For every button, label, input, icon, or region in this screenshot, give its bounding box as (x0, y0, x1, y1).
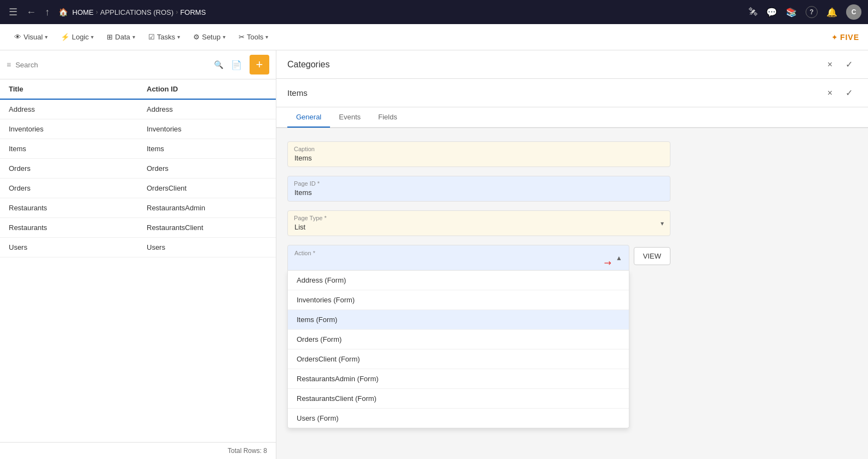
table-row[interactable]: Address Address (0, 99, 276, 119)
table-row[interactable]: Inventories Inventories (0, 119, 276, 139)
cell-action-id: Address (138, 99, 276, 119)
categories-panel-actions: × ✓ (823, 57, 857, 72)
categories-confirm-button[interactable]: ✓ (841, 57, 857, 72)
data-chevron: ▾ (132, 34, 135, 40)
back-icon[interactable]: ← (24, 4, 38, 20)
document-button[interactable]: 📄 (228, 56, 245, 73)
items-tabs: General Events Fields (276, 107, 868, 128)
filter-lines-icon: ≡ (7, 60, 11, 69)
dropdown-item[interactable]: Items (Form) (288, 310, 629, 330)
search-field-wrapper: ≡ 🔍 (7, 60, 223, 69)
caption-input[interactable] (287, 141, 670, 167)
page-type-select[interactable]: List Form Calendar Chart (287, 210, 670, 236)
visual-chevron: ▾ (45, 34, 48, 40)
cell-title: Orders (0, 179, 138, 198)
avatar[interactable]: C (846, 4, 861, 20)
tab-general[interactable]: General (287, 107, 330, 128)
help-icon[interactable]: ? (806, 6, 818, 18)
five-logo-text: FIVE (840, 33, 859, 42)
categories-title: Categories (287, 60, 329, 70)
page-id-label: Page ID * (294, 180, 320, 187)
form-content: Caption Page ID * Page Type * List Form (276, 128, 868, 459)
page-type-field-group: Page Type * List Form Calendar Chart ▾ (287, 210, 670, 236)
action-chevron-icon: ▲ (616, 254, 622, 262)
tab-fields[interactable]: Fields (369, 107, 406, 128)
nav-visual[interactable]: 👁 Visual ▾ (9, 30, 53, 44)
dropdown-item[interactable]: RestaurantsAdmin (Form) (288, 369, 629, 389)
dropdown-item[interactable]: OrdersClient (Form) (288, 349, 629, 369)
up-icon[interactable]: ↑ (43, 4, 52, 20)
nav-setup[interactable]: ⚙ Setup ▾ (188, 30, 231, 44)
satellite-icon[interactable]: 🛰 (749, 7, 757, 17)
tab-events[interactable]: Events (330, 107, 369, 128)
data-icon: ⊞ (107, 33, 113, 41)
cell-action-id: RestaurantsClient (138, 218, 276, 238)
action-field-wrapper: Action * ▲ ↗ Address (Form)Inventories (… (287, 245, 670, 428)
nav-separator-2: › (176, 8, 178, 16)
dropdown-item[interactable]: RestaurantsClient (Form) (288, 389, 629, 409)
page-id-input[interactable] (287, 176, 670, 202)
sidebar-footer: Total Rows: 8 (0, 442, 276, 459)
chat-icon[interactable]: 💬 (766, 7, 777, 18)
nav-separator-1: › (96, 8, 98, 16)
table-row[interactable]: Orders OrdersClient (0, 179, 276, 198)
top-bar: ☰ ← ↑ 🏠 HOME › APPLICATIONS (ROS) › FORM… (0, 0, 868, 24)
dropdown-item[interactable]: Inventories (Form) (288, 290, 629, 310)
dropdown-item[interactable]: Address (Form) (288, 271, 629, 290)
search-icon[interactable]: 🔍 (214, 60, 223, 69)
tools-chevron: ▾ (265, 34, 268, 40)
secondary-nav-items: 👁 Visual ▾ ⚡ Logic ▾ ⊞ Data ▾ ☑ Tasks ▾ … (9, 30, 274, 44)
action-field-container: Action * ▲ ↗ Address (Form)Inventories (… (287, 245, 629, 428)
nav-tasks[interactable]: ☑ Tasks ▾ (143, 30, 186, 44)
tools-icon: ✂ (239, 33, 245, 41)
cell-action-id: OrdersClient (138, 179, 276, 198)
table-row[interactable]: Users Users (0, 238, 276, 257)
table-row[interactable]: Items Items (0, 139, 276, 159)
five-logo: ✦ FIVE (831, 33, 859, 42)
logic-chevron: ▾ (91, 34, 94, 40)
cell-title: Users (0, 238, 138, 257)
items-panel: Items × ✓ General Events Fields (276, 79, 868, 128)
add-button[interactable]: + (250, 55, 269, 74)
action-label: Action * (294, 250, 315, 256)
caption-label: Caption (294, 146, 315, 152)
menu-icon[interactable]: ☰ (7, 4, 20, 20)
table-row[interactable]: Orders Orders (0, 159, 276, 179)
bell-icon[interactable]: 🔔 (826, 7, 837, 18)
dropdown-item[interactable]: Users (Form) (288, 409, 629, 428)
visual-icon: 👁 (14, 33, 21, 41)
items-panel-actions: × ✓ (823, 85, 857, 100)
cell-title: Orders (0, 159, 138, 179)
cell-title: Items (0, 139, 138, 159)
items-close-button[interactable]: × (823, 85, 837, 100)
nav-data[interactable]: ⊞ Data ▾ (101, 30, 140, 44)
action-input-wrapper: Action * ▲ ↗ (287, 245, 629, 271)
items-panel-header: Items × ✓ (276, 79, 868, 107)
cell-action-id: Orders (138, 159, 276, 179)
dropdown-item[interactable]: Orders (Form) (288, 330, 629, 349)
page-type-select-wrapper: List Form Calendar Chart ▾ (287, 210, 670, 236)
logic-icon: ⚡ (61, 33, 70, 41)
items-confirm-button[interactable]: ✓ (841, 85, 857, 100)
nav-logic[interactable]: ⚡ Logic ▾ (55, 30, 99, 44)
secondary-nav: 👁 Visual ▾ ⚡ Logic ▾ ⊞ Data ▾ ☑ Tasks ▾ … (0, 24, 868, 50)
nav-home[interactable]: HOME (72, 8, 94, 16)
view-button[interactable]: VIEW (634, 247, 670, 265)
cell-title: Restaurants (0, 198, 138, 218)
cell-title: Inventories (0, 119, 138, 139)
col-action-id: Action ID (138, 79, 276, 99)
search-input[interactable] (15, 61, 210, 69)
setup-icon: ⚙ (193, 33, 200, 41)
action-input[interactable] (288, 245, 629, 270)
nav-tools[interactable]: ✂ Tools ▾ (233, 30, 274, 44)
table-row[interactable]: Restaurants RestaurantsClient (0, 218, 276, 238)
cell-action-id: Users (138, 238, 276, 257)
books-icon[interactable]: 📚 (786, 7, 797, 18)
nav-forms[interactable]: FORMS (180, 8, 206, 16)
nav-applications[interactable]: APPLICATIONS (ROS) (100, 8, 173, 16)
items-title: Items (287, 88, 308, 97)
categories-close-button[interactable]: × (823, 57, 837, 72)
table-row[interactable]: Restaurants RestaurantsAdmin (0, 198, 276, 218)
main-layout: ≡ 🔍 📄 + Title Action ID Address Address … (0, 50, 868, 459)
categories-panel-header: Categories × ✓ (276, 50, 868, 79)
